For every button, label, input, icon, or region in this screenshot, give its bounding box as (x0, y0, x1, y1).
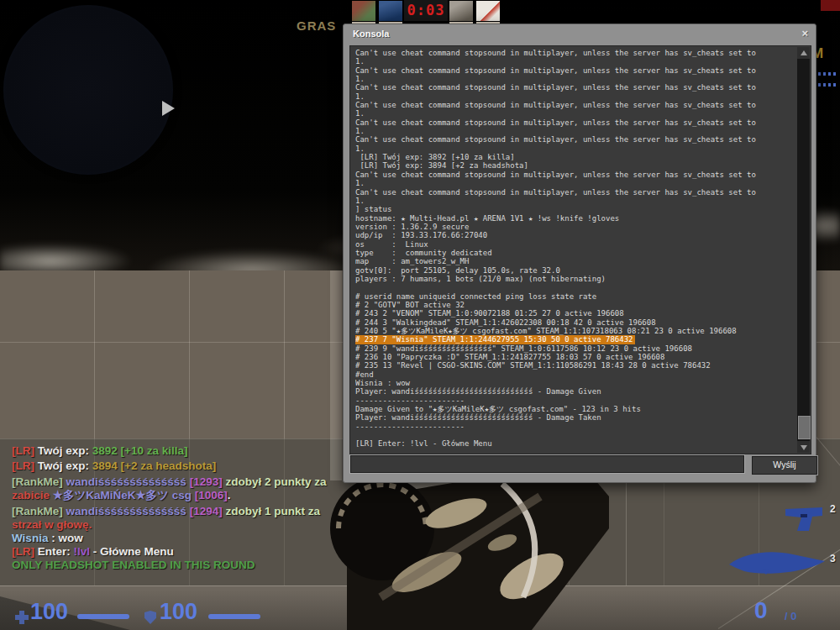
console-line: gotv[0]: port 25105, delay 105.0s, rate … (355, 266, 794, 275)
chat-line: [RankMe] wandiśśśśśśśśśśśśśś [1293] zdob… (12, 475, 373, 489)
chat-segment: 3892 [+10 za killa] (92, 444, 188, 457)
console-line: 1. (355, 127, 794, 135)
health-value: 100 (30, 599, 68, 624)
console-command-input[interactable] (350, 455, 744, 473)
console-line: Can't use cheat command stopsound in mul… (355, 171, 794, 179)
console-line: # userid name uniqueid connected ping lo… (355, 292, 794, 301)
chat-segment: Enter: (38, 545, 74, 558)
console-line: Can't use cheat command stopsound in mul… (355, 101, 794, 109)
chat-segment: [1006] (195, 489, 228, 501)
console-line: 1. (355, 109, 794, 118)
console-line: Can't use cheat command stopsound in mul… (355, 66, 794, 75)
chat-segment: [LR] (12, 545, 38, 558)
scrollbar-thumb[interactable] (798, 416, 811, 439)
chat-segment: [1294] (190, 505, 226, 517)
console-line (355, 283, 794, 291)
scroll-down-icon[interactable] (797, 441, 810, 453)
console-title: Konsola (353, 29, 389, 39)
chat-segment: [RankMe] (12, 475, 66, 488)
chat-line: zabicie ★多ツKaMiŃeK★多ツ csg [1006]. (12, 489, 373, 502)
console-window: Konsola × Can't use cheat command stopso… (343, 24, 816, 483)
console-line: version : 1.36.2.9 secure (355, 223, 794, 231)
map-sign-text: GRAS (297, 18, 336, 33)
ammo-reserve-value: / 0 (785, 610, 796, 622)
wall-seam (626, 470, 627, 585)
player-avatar (449, 1, 473, 21)
console-line: ------------------------ (355, 396, 794, 405)
console-line: # 239 9 "wandiśśśśśśśśśśśśśśśś" STEAM_1:… (355, 344, 794, 353)
console-line: #end (355, 370, 794, 379)
console-line: # 243 2 "VENOM" STEAM_1:0:90072188 01:25… (355, 309, 794, 318)
console-title-bar[interactable]: Konsola × (344, 24, 816, 45)
chat-line: [RankMe] wandiśśśśśśśśśśśśśś [1294] zdob… (12, 505, 373, 518)
radar-player-arrow-icon (162, 101, 175, 116)
chat-segment: zdobył 2 punkty za (225, 475, 326, 488)
chat-line: Wisnia : wow (12, 532, 373, 545)
health-cross-icon (15, 611, 29, 624)
console-line: udp/ip : 193.33.176.66:27040 (355, 231, 794, 239)
chat-segment: strzał w głowę. (12, 518, 92, 531)
chat-segment: wandiśśśśśśśśśśśśśś (66, 475, 190, 488)
killfeed-fragment (821, 0, 840, 11)
console-line: ------------------------ (355, 423, 794, 431)
chat-segment: . (228, 489, 231, 501)
console-line: [LR] Twój exp: 3894 [+2 za headshota] (355, 161, 794, 170)
console-line: 1. (355, 144, 794, 153)
console-line: Can't use cheat command stopsound in mul… (355, 188, 794, 197)
console-output: Can't use cheat command stopsound in mul… (355, 49, 794, 451)
console-line: Can't use cheat command stopsound in mul… (355, 83, 794, 92)
scroll-up-icon[interactable] (797, 47, 810, 59)
chat-segment: Wisnia (12, 532, 51, 544)
console-line: os : Linux (355, 240, 794, 249)
chat-segment: zabicie (12, 489, 53, 501)
chat-segment: wandiśśśśśśśśśśśśśś (66, 505, 190, 517)
console-line: # 2 "GOTV" BOT active 32 (355, 301, 794, 309)
console-line (355, 431, 794, 439)
console-line: # 236 10 "Papryczka :D" STEAM_1:1:241827… (355, 353, 794, 361)
chat-line: [LR] Enter: !lvl - Główne Menu (12, 545, 373, 559)
console-line: # 244 3 "Walkingdead" STEAM_1:1:42602230… (355, 318, 794, 327)
console-line: Player: wandiśśśśśśśśśśśśśśśśśśśśśśśśśś … (355, 413, 794, 422)
close-icon[interactable]: × (801, 28, 808, 39)
chat-segment: [LR] (12, 444, 38, 457)
health-bar (77, 614, 129, 619)
console-line: 1. (355, 75, 794, 83)
chat-segment: Twój exp: (38, 459, 92, 472)
chat-line: ONLY HEADSHOT ENABLED IN THIS ROUND (12, 559, 373, 572)
chat-segment: Twój exp: (38, 444, 92, 457)
chat-segment: [RankMe] (12, 505, 66, 517)
chat-segment: zdobył 1 punkt za (225, 505, 320, 517)
chat-messages: [LR] Twój exp: 3892 [+10 za killa][LR] T… (12, 444, 373, 572)
chat-line: strzał w głowę. (12, 518, 373, 532)
console-line-highlighted: # 237 7 "Wisnia" STEAM_1:1:244627955 15:… (355, 335, 635, 344)
console-line: type : community dedicated (355, 249, 794, 257)
send-button[interactable]: Wyślij (751, 455, 818, 475)
console-line: Can't use cheat command stopsound in mul… (355, 135, 794, 144)
chat-segment: - Główne Menu (93, 545, 174, 558)
console-line: Can't use cheat command stopsound in mul… (355, 49, 794, 57)
round-timer: 0:03 (407, 3, 445, 18)
armor-value: 100 (160, 599, 197, 624)
chat-line: [LR] Twój exp: 3892 [+10 za killa] (12, 444, 373, 458)
chat-segment: 3894 [+2 za headshota] (92, 459, 216, 472)
console-line: [LR] Enter: !lvl - Główne Menu (355, 439, 794, 448)
console-line: Damage Given to "★多ツKaMileK★多ツ csgofast.… (355, 405, 794, 413)
armor-bar (208, 614, 260, 619)
console-line: map : am_towers2_w_MH (355, 257, 794, 265)
console-output-box: Can't use cheat command stopsound in mul… (349, 45, 811, 454)
knife-icon (727, 544, 827, 578)
console-line: Player: wandiśśśśśśśśśśśśśśśśśśśśśśśśśś … (355, 387, 794, 396)
console-line: 1. (355, 92, 794, 101)
chat-segment: !lvl (74, 545, 93, 558)
chat-segment: ONLY HEADSHOT ENABLED IN THIS ROUND (12, 559, 255, 571)
console-scrollbar[interactable] (797, 47, 810, 453)
console-line: Wisnia : wow (355, 379, 794, 387)
console-line: players : 7 humans, 1 bots (21/0 max) (n… (355, 275, 794, 283)
pistol-icon (784, 502, 827, 534)
chat-segment: [LR] (12, 459, 38, 472)
round-timer-box: 0:03 (404, 0, 448, 21)
ammo-clip-value: 0 (754, 597, 768, 624)
console-line: [LR] Twój exp: 3892 [+10 za killa] (355, 153, 794, 161)
player-avatar (379, 1, 402, 21)
chat-segment: [1293] (190, 475, 226, 488)
